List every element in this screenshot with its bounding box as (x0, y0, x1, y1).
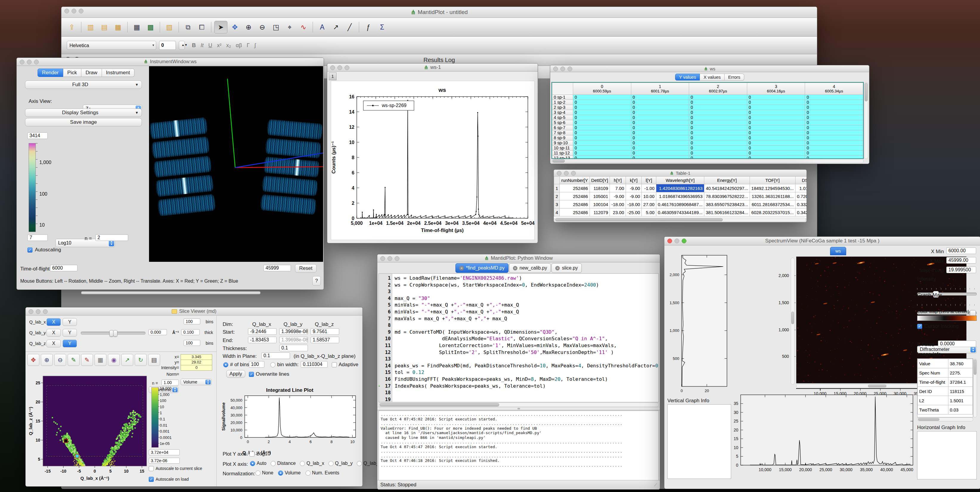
table-cell[interactable]: 7.00 (610, 184, 626, 192)
table-cell[interactable]: 10.00 (642, 192, 656, 201)
row-header[interactable]: 11 sp-12 (552, 151, 573, 156)
table-cell[interactable]: -18.00 (625, 201, 642, 209)
table-cell[interactable]: 0 (747, 151, 805, 156)
zoom-window-icon[interactable] (345, 65, 349, 70)
column-header[interactable]: runNumber[Y (560, 177, 590, 184)
table-cell[interactable]: 0 (573, 105, 631, 110)
column-header[interactable]: DS (795, 177, 807, 184)
end-z-field[interactable]: 1.58537 (310, 337, 339, 343)
table-cell[interactable]: -9.00 (610, 192, 626, 201)
table-cell[interactable]: 0 (631, 145, 689, 151)
window-controls[interactable] (64, 9, 83, 13)
table-cell[interactable]: 0 (747, 156, 805, 159)
row-header[interactable]: 3 (554, 201, 560, 209)
column-header[interactable]: 06000.59µs (573, 83, 631, 95)
python-code-editor[interactable]: 12345678910111213141516171819ws = LoadRa… (379, 274, 659, 402)
python-output[interactable]: ........................................… (379, 411, 659, 482)
table-cell[interactable]: 252486 (560, 192, 590, 201)
format-B-button[interactable]: B (192, 42, 196, 49)
num-bins-radio[interactable] (223, 362, 228, 367)
cb-n-field[interactable]: 1.00 (162, 380, 179, 385)
code-area[interactable]: ws = LoadRaw(Filename='ENGINX00252486.ra… (392, 274, 659, 402)
column-header[interactable]: Energy[Y] (704, 177, 750, 184)
zoom-box-icon[interactable]: ◳ (270, 21, 282, 33)
table-cell[interactable]: 0 (805, 100, 863, 105)
table-cell[interactable]: 0 (805, 105, 863, 110)
ws-hscrollbar[interactable] (551, 159, 864, 163)
page-badge[interactable]: 1 (329, 72, 337, 80)
zoom-window-icon[interactable] (571, 171, 576, 176)
reset-button[interactable]: Reset (295, 264, 317, 272)
table-cell[interactable]: 0 (631, 105, 689, 110)
zoom-fit-icon[interactable]: ✥ (27, 354, 39, 366)
line-icon[interactable]: ╱ (344, 21, 356, 33)
column-header[interactable]: l[Y] (642, 177, 656, 184)
resize-grip[interactable]: ⟋ (654, 482, 657, 487)
minimize-icon[interactable] (36, 309, 41, 314)
info-hscrollbar[interactable] (917, 417, 973, 421)
y-axis-button[interactable]: Y (63, 329, 77, 337)
table-cell[interactable]: 0 (573, 140, 631, 145)
cb-max-field[interactable]: 3.72e+04 (149, 449, 180, 455)
column-header[interactable]: 36004.16µs (747, 83, 805, 95)
tab-x-values[interactable]: X values (700, 74, 725, 81)
table-cell[interactable]: -1.00 (642, 184, 656, 192)
table-cell[interactable]: 0 (689, 135, 747, 140)
tab-pick[interactable]: Pick (63, 68, 81, 77)
format-U-button[interactable]: U (208, 42, 212, 49)
instrument-3d-view[interactable] (149, 66, 323, 262)
zoom-window-icon[interactable] (568, 67, 572, 71)
table-cell[interactable]: 0 (631, 100, 689, 105)
close-icon[interactable] (380, 256, 385, 261)
tab-draw[interactable]: Draw (81, 68, 102, 77)
x-axis-button[interactable]: X (46, 340, 61, 347)
table-cell[interactable]: 0 (747, 110, 805, 115)
table-cell[interactable]: 0 (689, 156, 747, 159)
ws-tab[interactable]: ws (830, 247, 846, 255)
font-size-field[interactable]: 0 (159, 41, 176, 50)
table-cell[interactable]: -9.00 (625, 184, 642, 192)
table-cell[interactable]: 0 (805, 151, 863, 156)
adaptive-checkbox[interactable] (332, 362, 337, 367)
row-header[interactable]: 10 sp-11 (552, 145, 573, 151)
minimize-icon[interactable] (675, 239, 679, 243)
radio-icon[interactable] (278, 471, 283, 476)
column-header[interactable]: k[Y] (625, 177, 642, 184)
new-folder-icon[interactable]: ▥ (84, 21, 97, 33)
row-header[interactable]: 4 (554, 209, 560, 217)
normalization-option-Volume[interactable]: Volume (278, 470, 301, 476)
row-header[interactable]: 8 sp-9 (552, 135, 573, 140)
font-combo[interactable]: Helvetica▾ (67, 41, 156, 50)
crosshair-icon[interactable]: ⌖ (283, 21, 296, 33)
minimize-icon[interactable] (72, 9, 76, 13)
column-header[interactable]: DetID[Y] (590, 177, 610, 184)
table-cell[interactable]: 0 (747, 100, 805, 105)
column-header[interactable]: h[Y] (610, 177, 626, 184)
format-x²-button[interactable]: x² (217, 42, 221, 49)
paste-icon[interactable]: ⧠ (196, 21, 208, 33)
radio-icon[interactable] (305, 471, 310, 476)
row-header[interactable]: 3 sp-4 (552, 110, 573, 115)
table-cell[interactable]: 252486 (560, 184, 590, 192)
row-header[interactable]: 0 sp-1 (552, 95, 573, 100)
tab-new-calib-py[interactable]: ✕new_calib.py (509, 263, 551, 273)
open-project-icon[interactable]: ⇪ (65, 21, 78, 33)
table-cell[interactable]: 0 (747, 105, 805, 110)
bins-field[interactable]: 100 (184, 318, 200, 325)
bin-width-field[interactable]: 0.110304 (301, 361, 328, 368)
scale-min-field[interactable]: 7 (27, 234, 48, 241)
xmax-field[interactable]: 45999.00 (946, 257, 976, 264)
table-cell[interactable]: 0 (631, 140, 689, 145)
thickness-field[interactable]: 0.1 (279, 345, 308, 351)
zoom-out-icon[interactable]: ⊖ (256, 21, 269, 33)
end-y-field[interactable]: 1.39698e-08 (279, 337, 308, 343)
ws-vscrollbar[interactable] (864, 82, 868, 159)
format-αβ-button[interactable]: αβ (236, 42, 242, 49)
minimize-icon[interactable] (27, 60, 32, 64)
pan-icon[interactable]: ✥ (229, 21, 241, 33)
table-cell[interactable]: 0 (747, 95, 805, 100)
table-cell[interactable]: 13261.3631261188... (749, 192, 795, 201)
plot-x-option-Auto[interactable]: Auto (250, 461, 266, 466)
column-header[interactable]: 46005.34µs (805, 83, 863, 95)
tab-render[interactable]: Render (38, 68, 63, 77)
